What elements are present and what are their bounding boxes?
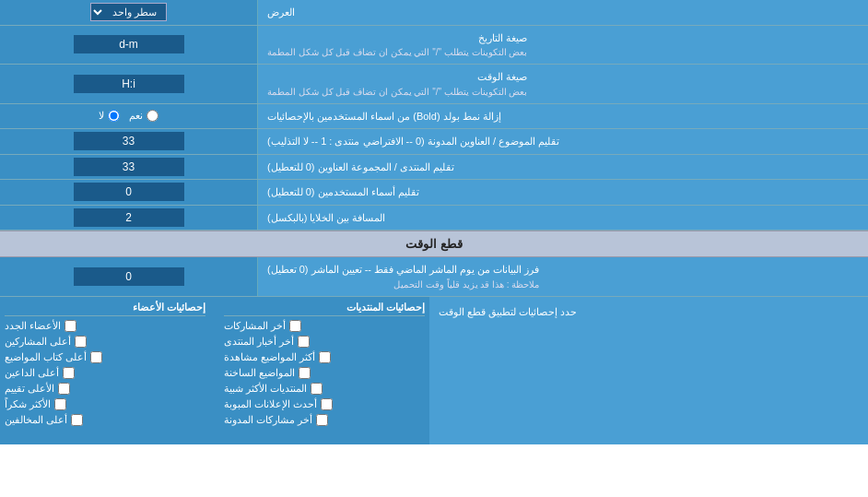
time-format-row: صيغة الوقت بعض التكوينات يتطلب "/" التي … [0,65,868,104]
checkboxes-area: إحصائيات المنتديات أخر المشاركات أخر أخب… [0,297,429,444]
cb-member-3: أعلى كتاب المواضيع [5,351,205,363]
cb-member-4: أعلى الداعين [5,367,205,379]
forum-titles-input[interactable] [74,158,184,176]
bold-yes-option[interactable]: نعم [129,110,158,122]
cb-member-4-input[interactable] [63,367,75,379]
usernames-input[interactable] [74,183,184,201]
cb-forum-7: أخر مشاركات المدونة [224,414,425,426]
cell-spacing-input[interactable] [74,208,184,227]
bold-no-radio[interactable] [108,110,120,122]
topic-titles-input-area [0,129,258,154]
cb-member-5-input[interactable] [58,383,70,395]
cb-forum-5: المنتديات الأكثر شبية [224,383,425,395]
display-mode-input-area: سطر واحد [0,0,258,25]
cutoff-section-title: قطع الوقت [0,231,868,257]
time-format-label: صيغة الوقت بعض التكوينات يتطلب "/" التي … [258,65,868,103]
cb-forum-2: أخر أخبار المنتدى [224,336,425,348]
cb-forum-3: أكثر المواضيع مشاهدة [224,351,425,363]
display-mode-label: العرض [258,0,868,25]
forum-stats-header: إحصائيات المنتديات [224,302,425,316]
bold-remove-row: إزالة نمط بولد (Bold) من اسماء المستخدمي… [0,104,868,130]
cb-forum-1: أخر المشاركات [224,320,425,332]
cutoff-stats-label: حدد إحصائيات لتطبيق قطع الوقت [429,297,868,444]
cutoff-days-label: فرز البيانات من يوم الماشر الماضي فقط --… [258,257,868,296]
usernames-row: تقليم أسماء المستخدمين (0 للتعطيل) [0,180,868,206]
topic-titles-row: تقليم الموضوع / العناوين المدونة (0 -- ا… [0,129,868,155]
forum-titles-row: تقليم المنتدى / المجموعة العناوين (0 للت… [0,155,868,181]
cb-forum-6: أحدث الإعلانات المبوبة [224,398,425,410]
cb-member-7-input[interactable] [71,414,83,426]
forum-titles-label: تقليم المنتدى / المجموعة العناوين (0 للت… [258,155,868,180]
cb-member-3-input[interactable] [90,351,102,363]
topic-titles-input[interactable] [74,132,184,150]
cell-spacing-input-area [0,206,258,231]
member-stats-header: إحصائيات الأعضاء [5,302,205,316]
forum-stats-col: إحصائيات المنتديات أخر المشاركات أخر أخب… [224,302,425,426]
cb-forum-3-input[interactable] [319,351,331,363]
cb-member-5: الأعلى تقييم [5,383,205,395]
cb-forum-1-input[interactable] [289,320,301,332]
checkbox-columns: إحصائيات المنتديات أخر المشاركات أخر أخب… [5,302,425,426]
cb-forum-7-input[interactable] [316,414,328,426]
cutoff-stats-row: حدد إحصائيات لتطبيق قطع الوقت إحصائيات ا… [0,297,868,444]
time-format-input-area [0,65,258,103]
cb-member-1: الأعضاء الجدد [5,320,205,332]
display-mode-row: العرض سطر واحد [0,0,868,26]
bold-remove-label: إزالة نمط بولد (Bold) من اسماء المستخدمي… [258,104,868,129]
cb-member-6-input[interactable] [54,398,66,410]
topic-titles-label: تقليم الموضوع / العناوين المدونة (0 -- ا… [258,129,868,154]
cb-member-2: أعلى المشاركين [5,336,205,348]
forum-titles-input-area [0,155,258,180]
member-stats-col: إحصائيات الأعضاء الأعضاء الجدد أعلى المش… [5,302,205,426]
cb-member-1-input[interactable] [65,320,76,332]
main-container: العرض سطر واحد صيغة التاريخ بعض التكوينا… [0,0,868,444]
date-format-input[interactable] [74,35,184,53]
date-format-row: صيغة التاريخ بعض التكوينات يتطلب "/" الت… [0,26,868,65]
cell-spacing-label: المسافة بين الخلايا (بالبكسل) [258,206,868,231]
time-format-input[interactable] [74,75,184,93]
bold-no-option[interactable]: لا [99,110,120,122]
cb-member-6: الأكثر شكراً [5,398,205,410]
cutoff-days-input[interactable] [74,267,184,286]
cb-member-7: أعلى المخالفين [5,414,205,426]
cb-forum-2-input[interactable] [298,336,310,348]
date-format-input-area [0,26,258,65]
display-mode-select[interactable]: سطر واحد [90,3,167,21]
cell-spacing-row: المسافة بين الخلايا (بالبكسل) [0,206,868,231]
cb-forum-4-input[interactable] [299,367,311,379]
usernames-label: تقليم أسماء المستخدمين (0 للتعطيل) [258,180,868,205]
cb-member-2-input[interactable] [75,336,87,348]
cutoff-days-row: فرز البيانات من يوم الماشر الماضي فقط --… [0,257,868,297]
cutoff-days-input-area [0,257,258,296]
usernames-input-area [0,180,258,205]
cb-forum-5-input[interactable] [311,383,323,395]
date-format-label: صيغة التاريخ بعض التكوينات يتطلب "/" الت… [258,26,868,65]
bold-yes-radio[interactable] [147,110,158,122]
cb-forum-4: المواضيع الساخنة [224,367,425,379]
bold-remove-input-area: نعم لا [0,104,258,129]
cb-forum-6-input[interactable] [321,398,333,410]
